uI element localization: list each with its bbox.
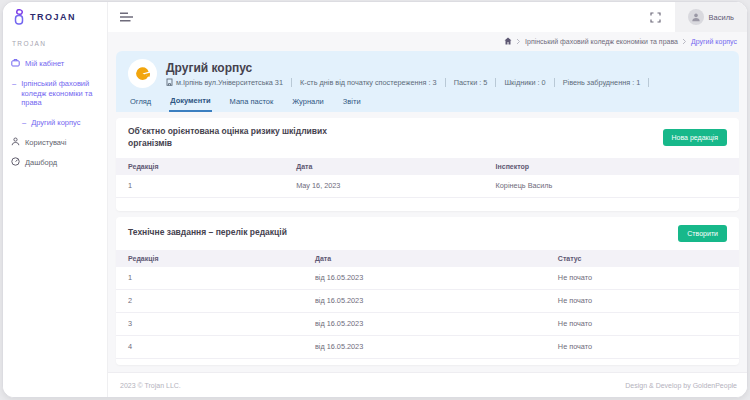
hamburger-icon — [120, 12, 133, 22]
sidebar-item-label: Дашборд — [25, 158, 57, 168]
table-header-row: РедакціяДатаСтатус — [116, 250, 739, 267]
users-icon — [11, 137, 20, 146]
table-cell: Корінець Василь — [484, 175, 739, 198]
tab-overview[interactable]: Огляд — [129, 93, 152, 112]
sidebar: TROJAN Мій кабінет Ірпінський фаховий ко… — [3, 32, 108, 397]
meta-pests: Шкідники : 0 — [496, 78, 554, 87]
table-cell: від 16.05.2023 — [303, 312, 546, 335]
briefcase-icon — [11, 58, 20, 67]
sidebar-item-label: Мій кабінет — [25, 59, 64, 69]
table-cell: 1 — [116, 267, 303, 290]
tree-dash-icon — [22, 118, 26, 128]
breadcrumb-item[interactable]: Ірпінський фаховий коледж економіки та п… — [525, 38, 678, 45]
sidebar-item-dashboard[interactable]: Дашборд — [3, 153, 107, 173]
table-cell: May 16, 2023 — [284, 175, 483, 198]
building-address: м.Ірпінь вул.Університетська 31 — [166, 78, 292, 87]
brand[interactable]: TROJAN — [3, 2, 108, 32]
topbar-right: Василь — [636, 2, 747, 32]
table-header-row: РедакціяДатаІнспектор — [116, 158, 739, 175]
breadcrumb-item-current[interactable]: Другий корпус — [691, 38, 737, 45]
sidebar-item-label: Другий корпус — [31, 118, 80, 128]
user-name: Василь — [709, 13, 734, 22]
table-cell: Не почато — [546, 267, 739, 290]
user-avatar-icon — [688, 9, 704, 25]
breadcrumb: Ірпінський фаховий коледж економіки та п… — [108, 32, 747, 48]
chevron-right-icon — [682, 38, 687, 45]
copyright-text: 2023 © Trojan LLC. — [120, 382, 181, 389]
new-redaction-button[interactable]: Нова редакція — [663, 129, 727, 146]
home-icon[interactable] — [504, 37, 512, 45]
pie-chart-icon — [134, 65, 151, 82]
page-title: Другий корпус — [166, 61, 649, 75]
sidebar-item-college[interactable]: Ірпінський фаховий коледж економіки та п… — [3, 74, 107, 113]
column-header: Дата — [303, 250, 546, 267]
sidebar-item-my-cabinet[interactable]: Мій кабінет — [3, 54, 107, 74]
fullscreen-button[interactable] — [636, 2, 675, 32]
column-header: Редакція — [116, 158, 284, 175]
technical-task-card: Технічне завдання – перелік редакцій Ств… — [116, 217, 739, 365]
tab-documents[interactable]: Документи — [169, 93, 211, 112]
building-icon — [166, 78, 173, 86]
table-cell: від 16.05.2023 — [303, 289, 546, 312]
user-menu[interactable]: Василь — [675, 2, 747, 32]
table-cell: Не почато — [546, 335, 739, 358]
table-cell: 2 — [116, 289, 303, 312]
credits-text: Design & Develop by GoldenPeople — [625, 382, 737, 389]
table-cell: 1 — [116, 175, 284, 198]
table-cell: від 16.05.2023 — [303, 335, 546, 358]
sidebar-section-label: TROJAN — [3, 37, 107, 54]
meta-observation-days: К-сть днів від початку спостереження : 3 — [292, 78, 446, 87]
tree-dash-icon — [12, 79, 16, 89]
tab-bar: Огляд Документи Мапа пасток Журнали Звіт… — [128, 93, 727, 112]
technical-task-table: РедакціяДатаСтатус1від 16.05.2023Не поча… — [116, 250, 739, 359]
sidebar-item-second-building[interactable]: Другий корпус — [3, 113, 107, 133]
sidebar-item-label: Користувачі — [25, 138, 66, 148]
risk-assessment-card: Об'єктно орієнтована оцінка ризику шкідл… — [116, 118, 739, 211]
table-row[interactable]: 1May 16, 2023Корінець Василь — [116, 175, 739, 198]
table-cell: 3 — [116, 312, 303, 335]
chevron-right-icon — [516, 38, 521, 45]
table-row[interactable]: 2від 16.05.2023Не почато — [116, 289, 739, 312]
dashboard-icon — [11, 157, 20, 166]
table-row[interactable]: 3від 16.05.2023Не почато — [116, 312, 739, 335]
page-content: Другий корпус м.Ірпінь в — [108, 48, 747, 372]
footer: 2023 © Trojan LLC. Design & Develop by G… — [108, 372, 747, 397]
section-title: Об'єктно орієнтована оцінка ризику шкідл… — [128, 126, 333, 150]
risk-assessment-table: РедакціяДатаІнспектор1May 16, 2023Коріне… — [116, 158, 739, 198]
tab-reports[interactable]: Звіти — [342, 93, 362, 112]
column-header: Редакція — [116, 250, 303, 267]
building-header-card: Другий корпус м.Ірпінь в — [116, 51, 739, 112]
sidebar-item-users[interactable]: Користувачі — [3, 133, 107, 153]
main-area: Ірпінський фаховий коледж економіки та п… — [108, 32, 747, 397]
table-row[interactable]: 4від 16.05.2023Не почато — [116, 335, 739, 358]
create-button[interactable]: Створити — [678, 225, 727, 242]
column-header: Дата — [284, 158, 483, 175]
section-title: Технічне завдання – перелік редакцій — [128, 227, 287, 239]
table-cell: Не почато — [546, 289, 739, 312]
meta-traps: Пастки : 5 — [446, 78, 497, 87]
menu-toggle-button[interactable] — [108, 2, 133, 32]
sidebar-item-label: Ірпінський фаховий коледж економіки та п… — [21, 79, 99, 108]
table-cell: Не почато — [546, 312, 739, 335]
column-header: Інспектор — [484, 158, 739, 175]
building-avatar — [128, 59, 157, 88]
brand-name: TROJAN — [30, 12, 76, 22]
tab-journals[interactable]: Журнали — [291, 93, 325, 112]
column-header: Статус — [546, 250, 739, 267]
table-cell: від 16.05.2023 — [303, 267, 546, 290]
table-cell: 4 — [116, 335, 303, 358]
brand-logo-icon — [12, 9, 26, 25]
tab-trap-map[interactable]: Мапа пасток — [229, 93, 275, 112]
fullscreen-icon — [650, 12, 661, 23]
topbar: TROJAN — [3, 2, 747, 32]
app-window: TROJAN — [2, 1, 748, 398]
table-row[interactable]: 1від 16.05.2023Не почато — [116, 267, 739, 290]
meta-contamination-level: Рівень забруднення : 1 — [555, 78, 650, 87]
